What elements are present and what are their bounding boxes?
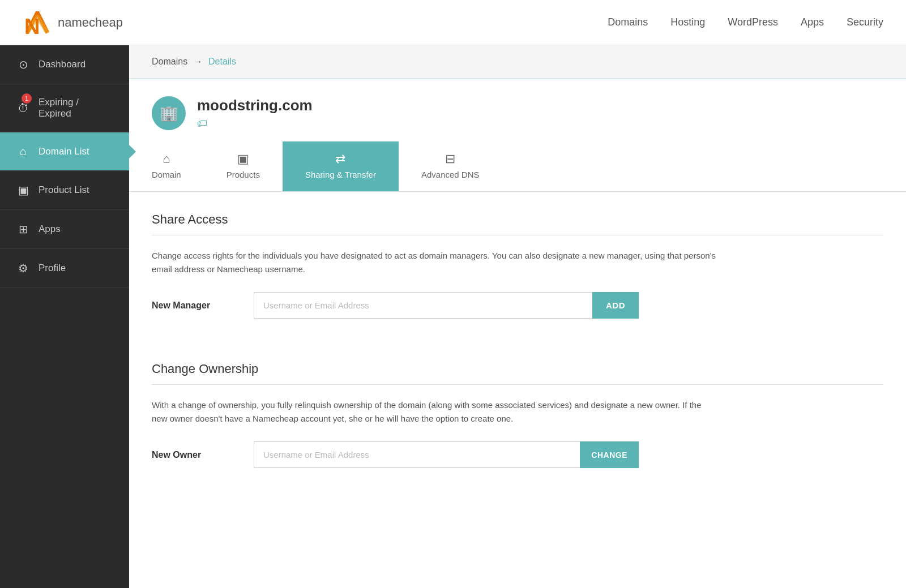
share-access-title: Share Access: [152, 212, 883, 227]
add-manager-button[interactable]: ADD: [592, 292, 639, 319]
change-ownership-divider: [152, 384, 883, 385]
sidebar: ⊙ Dashboard ⏱ 1 Expiring / Expired ⌂ Dom…: [0, 45, 129, 588]
new-owner-input-group: CHANGE: [254, 441, 639, 468]
nav-hosting[interactable]: Hosting: [670, 16, 705, 28]
breadcrumb: Domains → Details: [129, 45, 906, 79]
logo-text: namecheap: [58, 15, 123, 30]
domain-name: moodstring.com: [197, 97, 313, 114]
domain-header: 🏢 moodstring.com 🏷: [129, 79, 906, 141]
sidebar-label-domain-list: Domain List: [39, 146, 89, 157]
domain-info: moodstring.com 🏷: [197, 97, 313, 130]
sidebar-label-apps: Apps: [39, 224, 61, 235]
tabs-bar: ⌂ Domain ▣ Products ⇄ Sharing & Transfer…: [129, 141, 906, 192]
sidebar-label-profile: Profile: [39, 263, 66, 274]
new-owner-label: New Owner: [152, 450, 242, 460]
domain-list-icon: ⌂: [16, 145, 31, 158]
main-content: Domains → Details 🏢 moodstring.com 🏷 ⌂ D…: [129, 45, 906, 588]
sidebar-label-product-list: Product List: [39, 184, 89, 196]
tab-products-label: Products: [226, 170, 260, 179]
top-nav-links: Domains Hosting WordPress Apps Security: [608, 16, 883, 28]
sidebar-label-expiring: Expiring / Expired: [39, 97, 113, 119]
change-owner-button[interactable]: CHANGE: [580, 441, 639, 468]
tab-domain-label: Domain: [152, 170, 181, 179]
tab-sharing-transfer[interactable]: ⇄ Sharing & Transfer: [283, 141, 399, 191]
sidebar-item-apps[interactable]: ⊞ Apps: [0, 210, 129, 249]
top-navigation: N namecheap Domains Hosting WordPress Ap…: [0, 0, 906, 45]
tab-domain[interactable]: ⌂ Domain: [129, 141, 204, 191]
sidebar-item-profile[interactable]: ⚙ Profile: [0, 249, 129, 288]
new-manager-input-group: ADD: [254, 292, 639, 319]
sidebar-item-domain-list[interactable]: ⌂ Domain List: [0, 132, 129, 171]
domain-avatar: 🏢: [152, 96, 186, 130]
advanced-dns-tab-icon: ⊟: [445, 152, 455, 166]
expiring-badge: 1: [22, 93, 32, 104]
products-tab-icon: ▣: [237, 152, 249, 166]
share-access-divider: [152, 235, 883, 235]
share-access-description: Change access rights for the individuals…: [152, 249, 718, 276]
svg-text:N: N: [24, 15, 40, 34]
nav-security[interactable]: Security: [847, 16, 883, 28]
dashboard-icon: ⊙: [16, 58, 31, 71]
new-manager-input[interactable]: [254, 292, 592, 319]
sharing-tab-icon: ⇄: [335, 152, 345, 166]
product-list-icon: ▣: [16, 183, 31, 197]
breadcrumb-current: Details: [208, 57, 236, 66]
expiring-icon: ⏱: [16, 102, 31, 115]
domain-tag-icon[interactable]: 🏷: [197, 118, 313, 130]
sidebar-item-dashboard[interactable]: ⊙ Dashboard: [0, 45, 129, 84]
tab-products[interactable]: ▣ Products: [204, 141, 283, 191]
new-owner-form-row: New Owner CHANGE: [152, 441, 883, 468]
change-ownership-description: With a change of ownership, you fully re…: [152, 398, 718, 426]
change-ownership-section: Change Ownership With a change of owners…: [129, 341, 906, 468]
breadcrumb-parent[interactable]: Domains: [152, 57, 187, 66]
breadcrumb-arrow: →: [194, 57, 203, 66]
nav-domains[interactable]: Domains: [608, 16, 648, 28]
nav-wordpress[interactable]: WordPress: [728, 16, 778, 28]
sidebar-label-dashboard: Dashboard: [39, 59, 86, 70]
domain-avatar-icon: 🏢: [160, 105, 178, 122]
tab-advanced-dns[interactable]: ⊟ Advanced DNS: [399, 141, 502, 191]
sidebar-item-product-list[interactable]: ▣ Product List: [0, 171, 129, 210]
tab-sharing-label: Sharing & Transfer: [305, 170, 376, 179]
profile-icon: ⚙: [16, 261, 31, 275]
domain-tab-icon: ⌂: [163, 152, 170, 166]
new-manager-form-row: New Manager ADD: [152, 292, 883, 319]
nav-apps[interactable]: Apps: [801, 16, 824, 28]
new-owner-input[interactable]: [254, 441, 580, 468]
main-layout: ⊙ Dashboard ⏱ 1 Expiring / Expired ⌂ Dom…: [0, 45, 906, 588]
new-manager-label: New Manager: [152, 301, 242, 311]
tab-advanced-dns-label: Advanced DNS: [421, 170, 480, 179]
sidebar-item-expiring[interactable]: ⏱ 1 Expiring / Expired: [0, 84, 129, 132]
logo-link[interactable]: N namecheap: [23, 11, 123, 34]
apps-icon: ⊞: [16, 222, 31, 236]
change-ownership-title: Change Ownership: [152, 362, 883, 376]
namecheap-logo-icon: N: [23, 11, 52, 34]
share-access-section: Share Access Change access rights for th…: [129, 192, 906, 319]
